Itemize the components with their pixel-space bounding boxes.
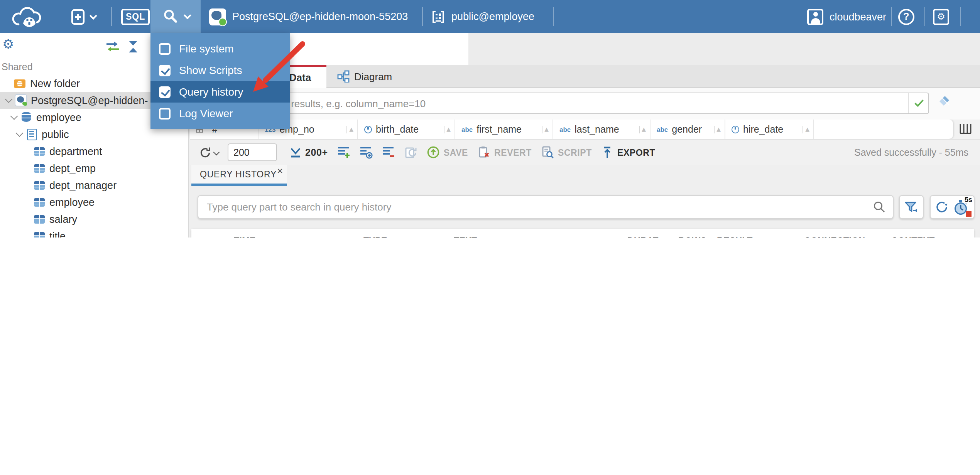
database-icon (20, 111, 32, 123)
schema-name: public@employee (451, 11, 534, 22)
sidebar-settings-gear-icon[interactable]: ⚙ (2, 38, 14, 51)
grid-column-header[interactable]: hire_date (725, 120, 814, 139)
tab-diagram[interactable]: Diagram (326, 65, 403, 88)
menu-item[interactable]: Query history (150, 81, 290, 103)
column-type-icon: abc (657, 125, 668, 133)
delete-row-button[interactable] (382, 146, 395, 159)
new-connection-button[interactable] (71, 8, 95, 25)
tree-item[interactable]: dept_emp (0, 160, 188, 177)
add-row-button[interactable] (337, 146, 350, 159)
collapse-all-icon[interactable] (127, 40, 140, 53)
schema-icon (25, 128, 38, 140)
tools-menu-button[interactable] (150, 0, 201, 33)
column-header[interactable]: RESULT (717, 236, 804, 238)
row-limit-input[interactable] (227, 143, 277, 161)
close-icon[interactable]: × (277, 165, 283, 177)
query-history-panel: QUERY HISTORY × (190, 165, 980, 238)
tab-diagram-label: Diagram (354, 71, 392, 82)
tree-item[interactable]: department (0, 143, 188, 160)
menu-item[interactable]: Log Viewer (150, 103, 290, 124)
chevron-down-icon (90, 12, 97, 19)
user-menu[interactable]: cloudbeaver (807, 8, 886, 25)
chevron-down-icon (213, 149, 220, 155)
sort-icon[interactable] (714, 125, 721, 133)
filter-button[interactable] (899, 195, 924, 219)
column-header[interactable]: TYPE (363, 236, 454, 238)
query-history-search-input[interactable] (198, 196, 873, 218)
tree-item[interactable]: employee (0, 194, 188, 211)
username-label: cloudbeaver (830, 11, 886, 22)
schema-selector[interactable]: public@employee (431, 10, 534, 24)
expand-chevron-icon[interactable] (13, 133, 25, 136)
sort-icon[interactable] (639, 125, 646, 133)
expand-chevron-icon[interactable] (8, 116, 20, 119)
duplicate-row-icon (360, 146, 373, 159)
refresh-icon[interactable] (934, 200, 949, 214)
column-header[interactable]: TEXT (454, 236, 627, 238)
tree-item-label: salary (49, 213, 77, 225)
column-type-icon (732, 125, 739, 133)
sort-icon[interactable] (444, 125, 451, 133)
grid-column-header[interactable]: abc last_name (553, 120, 651, 139)
column-header[interactable]: CONNECTION (804, 236, 891, 238)
revert-button[interactable]: REVERT (477, 146, 532, 159)
help-button[interactable]: ? (898, 8, 914, 25)
sync-active-object-icon[interactable] (105, 41, 120, 52)
sql-editor-button[interactable]: SQL (121, 8, 150, 25)
chevron-down-icon (183, 12, 191, 19)
export-button[interactable]: EXPORT (601, 146, 655, 158)
connection-selector[interactable]: PostgreSQL@ep-hidden-moon-55203 (209, 8, 408, 25)
export-label: EXPORT (617, 148, 655, 157)
grid-column-header[interactable]: abc gender (651, 120, 725, 139)
object-tab-strip (190, 33, 980, 65)
clear-filter-eraser-icon[interactable] (937, 96, 951, 112)
column-header[interactable]: DURAT... (627, 236, 678, 238)
expand-chevron-icon[interactable] (2, 99, 15, 102)
query-history-table-header: TIMETYPETEXTDURAT...ROWSRESULTCONNECTION… (191, 229, 974, 238)
add-row-icon (337, 146, 350, 159)
column-name-label: birth_date (376, 124, 419, 135)
grid-column-header[interactable]: birth_date (358, 120, 455, 139)
tree-item[interactable]: title (0, 227, 188, 238)
refresh-grid-button[interactable] (404, 146, 417, 159)
apply-filter-check-icon[interactable] (908, 93, 928, 113)
fetch-more-button[interactable]: 200+ (289, 146, 328, 158)
checkbox[interactable] (159, 86, 171, 98)
grid-empty-area (814, 120, 953, 139)
tab-query-history[interactable]: QUERY HISTORY × (191, 165, 287, 186)
filter-expression-input[interactable] (199, 93, 908, 113)
columns-panel-icon[interactable] (959, 123, 972, 134)
search-icon (873, 200, 886, 214)
grid-refresh-icon-disabled (404, 146, 417, 159)
sort-icon[interactable] (346, 125, 353, 133)
column-header[interactable]: ROWS (678, 236, 717, 238)
script-label: SCRIPT (558, 148, 592, 157)
column-header[interactable]: CONTEXT (891, 236, 974, 238)
cloudbeaver-logo[interactable] (10, 5, 46, 29)
tree-item-label: employee (49, 196, 95, 208)
save-button[interactable]: SAVE (427, 146, 468, 159)
sort-icon[interactable] (542, 125, 549, 133)
sort-icon[interactable] (803, 125, 809, 133)
divider (924, 7, 925, 26)
checkbox[interactable] (159, 64, 171, 76)
duplicate-row-button[interactable] (360, 146, 373, 159)
grid-column-header[interactable]: abc first_name (455, 120, 553, 139)
stop-icon (966, 211, 972, 216)
menu-item[interactable]: Show Scripts (150, 59, 290, 81)
column-type-icon: abc (559, 125, 571, 133)
tree-item[interactable]: salary (0, 211, 188, 227)
script-button[interactable]: SCRIPT (541, 146, 592, 159)
auto-refresh-timer-icon[interactable]: 5s (953, 199, 970, 216)
cloudbeaver-app: SQL PostgreSQL@ep-hidden-moon-55203 publ… (0, 0, 980, 238)
tree-item[interactable]: dept_manager (0, 177, 188, 194)
menu-item-label: Show Scripts (179, 64, 242, 76)
column-name-label: first_name (476, 124, 522, 135)
menu-item[interactable]: File system (150, 38, 290, 59)
settings-button[interactable]: ⚙ (933, 8, 949, 25)
checkbox[interactable] (159, 43, 171, 54)
refresh-result-button[interactable] (199, 146, 218, 158)
status-message: Saved successfully - 55ms (854, 147, 968, 158)
column-header[interactable]: TIME (234, 236, 363, 238)
checkbox[interactable] (159, 108, 171, 119)
